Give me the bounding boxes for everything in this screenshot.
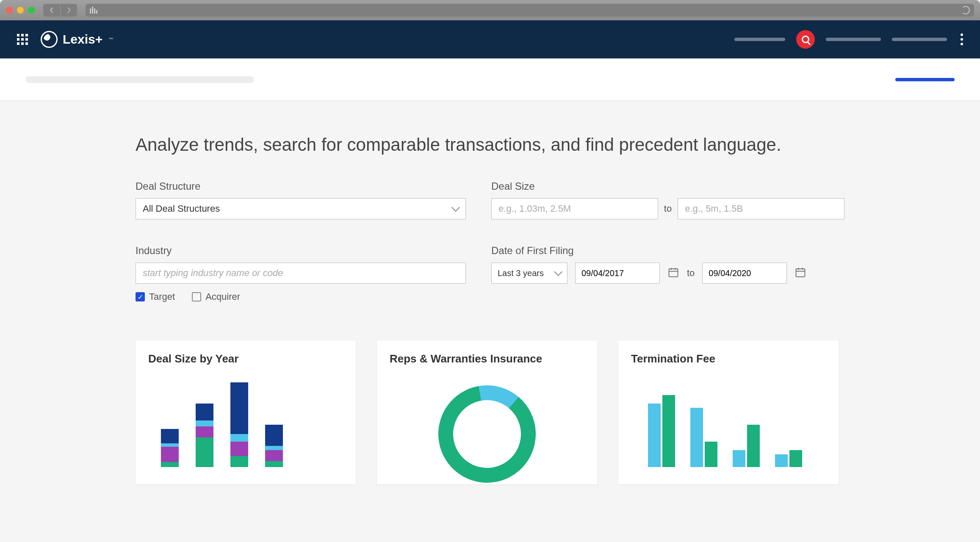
- date-field: Date of First Filing Last 3 years to: [491, 245, 844, 302]
- card-title: Reps & Warranties Insurance: [390, 352, 584, 365]
- nav-buttons: [43, 4, 77, 17]
- brand-logo[interactable]: Lexis+™: [41, 31, 114, 48]
- calendar-icon[interactable]: [667, 266, 679, 280]
- app-launcher-icon[interactable]: [17, 34, 28, 45]
- close-window-button[interactable]: [6, 7, 13, 14]
- brand-name: Lexis+: [63, 32, 102, 47]
- checkbox-icon: [192, 292, 201, 301]
- sub-header: [0, 58, 980, 101]
- minimize-window-button[interactable]: [17, 7, 24, 14]
- card-deal-size-by-year[interactable]: Deal Size by Year: [136, 340, 356, 484]
- bar: [161, 429, 179, 467]
- logo-icon: [41, 31, 58, 48]
- back-button[interactable]: [43, 4, 60, 17]
- browser-chrome: [0, 0, 980, 20]
- donut-chart: [431, 378, 543, 490]
- chevron-down-icon: [451, 203, 460, 212]
- bar-pair: [733, 425, 760, 467]
- card-termination-fee[interactable]: Termination Fee: [618, 340, 839, 484]
- date-to-input[interactable]: [702, 263, 787, 284]
- date-from-input[interactable]: [575, 263, 660, 284]
- url-bar[interactable]: [86, 4, 974, 17]
- more-menu-icon[interactable]: [961, 33, 963, 45]
- deal-structure-value: All Deal Structures: [143, 203, 220, 214]
- traffic-lights: [6, 7, 35, 14]
- card-reps-warranties[interactable]: Reps & Warranties Insurance: [377, 340, 597, 484]
- deal-size-to-input[interactable]: [678, 198, 844, 219]
- card-title: Termination Fee: [631, 352, 826, 365]
- date-label: Date of First Filing: [491, 245, 844, 257]
- main-content: Analyze trends, search for comparable tr…: [0, 101, 980, 501]
- acquirer-label: Acquirer: [205, 291, 240, 302]
- header-placeholder-3: [892, 38, 947, 41]
- breadcrumb-placeholder: [25, 76, 254, 83]
- search-button[interactable]: [796, 30, 815, 49]
- page-headline: Analyze trends, search for comparable tr…: [136, 135, 844, 155]
- filters-form: Deal Structure All Deal Structures Deal …: [136, 180, 844, 302]
- checkbox-icon: ✓: [136, 292, 145, 301]
- header-placeholder-2: [826, 38, 881, 41]
- date-range-select[interactable]: Last 3 years: [491, 263, 568, 284]
- forward-button[interactable]: [60, 4, 77, 17]
- deal-structure-select[interactable]: All Deal Structures: [136, 198, 466, 219]
- reload-icon[interactable]: [961, 6, 970, 14]
- svg-rect-0: [669, 269, 678, 277]
- industry-input[interactable]: [136, 263, 466, 284]
- chart-cards: Deal Size by Year Reps & Warranties Insu…: [136, 340, 844, 484]
- reader-icon: [90, 7, 97, 14]
- deal-size-label: Deal Size: [491, 180, 844, 192]
- acquirer-checkbox[interactable]: Acquirer: [192, 291, 240, 302]
- deal-structure-field: Deal Structure All Deal Structures: [136, 180, 466, 219]
- maximize-window-button[interactable]: [28, 7, 35, 14]
- svg-rect-7: [796, 269, 805, 277]
- industry-label: Industry: [136, 245, 466, 257]
- date-to-text: to: [687, 268, 695, 279]
- grouped-bar-chart: [631, 374, 826, 467]
- bar: [265, 425, 283, 467]
- stacked-bar-chart: [148, 374, 343, 467]
- calendar-icon[interactable]: [795, 266, 806, 280]
- date-range-value: Last 3 years: [498, 268, 544, 278]
- industry-field: Industry ✓ Target Acquirer: [136, 245, 466, 302]
- deal-size-field: Deal Size to: [491, 180, 844, 219]
- deal-structure-label: Deal Structure: [136, 180, 466, 192]
- card-title: Deal Size by Year: [148, 352, 343, 365]
- bar-pair: [690, 408, 717, 467]
- deal-size-from-input[interactable]: [491, 198, 658, 219]
- bar: [230, 382, 248, 467]
- brand-trademark: ™: [108, 36, 114, 42]
- app-header: Lexis+™: [0, 20, 980, 58]
- bar: [196, 404, 213, 467]
- header-placeholder-1: [734, 38, 785, 41]
- bar-pair: [775, 450, 802, 467]
- search-icon: [802, 36, 809, 43]
- action-placeholder[interactable]: [895, 78, 955, 81]
- target-label: Target: [149, 291, 175, 302]
- chevron-down-icon: [554, 268, 562, 276]
- deal-size-to-text: to: [664, 203, 672, 214]
- bar-pair: [648, 395, 675, 467]
- target-checkbox[interactable]: ✓ Target: [136, 291, 175, 302]
